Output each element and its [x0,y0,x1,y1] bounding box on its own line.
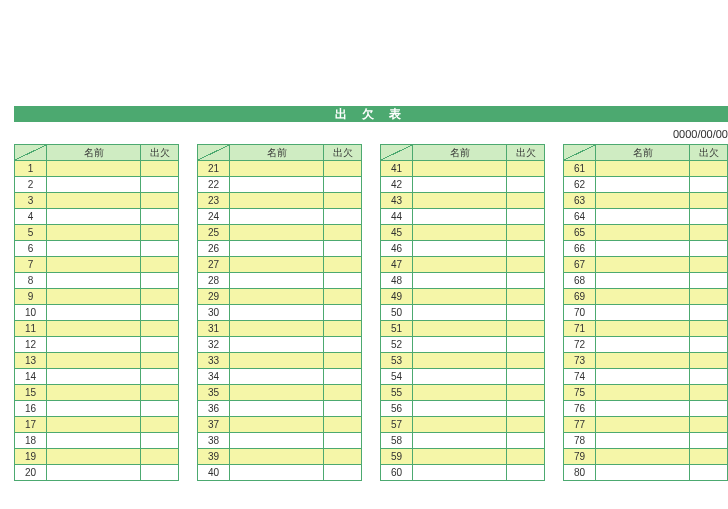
date-label: 0000/00/00 [673,128,728,140]
name-cell [47,257,141,273]
attendance-cell [324,385,362,401]
table-row: 36 [198,401,362,417]
row-number: 30 [198,305,230,321]
attendance-cell [507,449,545,465]
name-cell [230,321,324,337]
attendance-cell [690,257,728,273]
table-row: 55 [381,385,545,401]
attendance-cell [324,161,362,177]
attendance-cell [690,241,728,257]
table-row: 26 [198,241,362,257]
name-cell [413,177,507,193]
row-number: 66 [564,241,596,257]
name-cell [230,337,324,353]
row-number: 79 [564,449,596,465]
table-row: 37 [198,417,362,433]
name-cell [596,337,690,353]
table-row: 71 [564,321,728,337]
attendance-cell [141,241,179,257]
row-number: 8 [15,273,47,289]
attendance-cell [141,465,179,481]
row-number: 44 [381,209,413,225]
attendance-cell [141,225,179,241]
name-cell [230,225,324,241]
attendance-cell [324,193,362,209]
header-name: 名前 [413,145,507,161]
table-row: 30 [198,305,362,321]
attendance-cell [507,433,545,449]
row-number: 28 [198,273,230,289]
table-row: 64 [564,209,728,225]
name-cell [47,289,141,305]
name-cell [47,433,141,449]
name-cell [47,465,141,481]
table-row: 76 [564,401,728,417]
name-cell [413,321,507,337]
row-number: 43 [381,193,413,209]
row-number: 46 [381,241,413,257]
name-cell [47,401,141,417]
attendance-cell [507,321,545,337]
row-number: 37 [198,417,230,433]
row-number: 67 [564,257,596,273]
table-row: 2 [15,177,179,193]
row-number: 55 [381,385,413,401]
table-row: 23 [198,193,362,209]
row-number: 20 [15,465,47,481]
row-number: 47 [381,257,413,273]
table-row: 54 [381,369,545,385]
attendance-cell [324,337,362,353]
table-row: 4 [15,209,179,225]
row-number: 25 [198,225,230,241]
attendance-cell [324,209,362,225]
table-row: 53 [381,353,545,369]
row-number: 58 [381,433,413,449]
header-attendance: 出欠 [141,145,179,161]
table-row: 32 [198,337,362,353]
table-row: 68 [564,273,728,289]
table-row: 70 [564,305,728,321]
name-cell [47,209,141,225]
header-corner [198,145,230,161]
name-cell [47,273,141,289]
attendance-cell [507,465,545,481]
header-attendance: 出欠 [690,145,728,161]
table-row: 33 [198,353,362,369]
attendance-cell [690,193,728,209]
name-cell [413,193,507,209]
row-number: 22 [198,177,230,193]
name-cell [230,177,324,193]
row-number: 76 [564,401,596,417]
row-number: 74 [564,369,596,385]
table-row: 79 [564,449,728,465]
row-number: 7 [15,257,47,273]
name-cell [596,369,690,385]
attendance-cell [141,177,179,193]
attendance-cell [507,353,545,369]
table-row: 74 [564,369,728,385]
name-cell [413,209,507,225]
table-row: 73 [564,353,728,369]
row-number: 16 [15,401,47,417]
attendance-cell [507,177,545,193]
attendance-cell [324,449,362,465]
row-number: 17 [15,417,47,433]
table-row: 66 [564,241,728,257]
name-cell [230,161,324,177]
row-number: 60 [381,465,413,481]
row-number: 62 [564,177,596,193]
row-number: 39 [198,449,230,465]
attendance-cell [324,369,362,385]
table-row: 72 [564,337,728,353]
name-cell [230,385,324,401]
row-number: 41 [381,161,413,177]
tables-container: 名前出欠1234567891011121314151617181920名前出欠2… [14,144,728,481]
attendance-cell [690,273,728,289]
name-cell [230,193,324,209]
table-row: 7 [15,257,179,273]
table-row: 47 [381,257,545,273]
name-cell [230,433,324,449]
name-cell [413,305,507,321]
row-number: 34 [198,369,230,385]
table-row: 59 [381,449,545,465]
